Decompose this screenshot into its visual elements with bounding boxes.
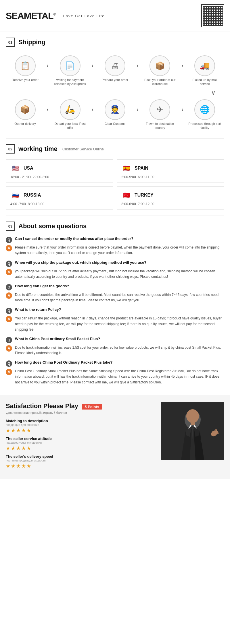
section-num-01: 01 — [6, 38, 15, 47]
turkey-flag: 🇹🇷 — [121, 190, 132, 200]
working-section-header: 02 working time Customer Service Online — [0, 139, 230, 156]
spain-header: 🇪🇸 SPAIN — [121, 163, 220, 173]
sort-icon: 🌐 — [194, 99, 215, 120]
turkey-hours: 3:00-6:00 7:00-12:00 — [121, 202, 220, 206]
faq-item-3: Q How long can I get the goods? A Due to… — [6, 284, 224, 303]
flow-item-prepare: 🖨 Prepare your order — [98, 55, 132, 82]
faq-a-row-6: A China Post Oridinary Small Packet Plus… — [6, 368, 224, 385]
person-image — [161, 402, 224, 460]
faq-a-row-5: A Due to track information will increase… — [6, 345, 224, 356]
qr-code — [201, 4, 224, 27]
faq-a-row-1: A Please make sure that your order infor… — [6, 245, 224, 256]
waiting-label: waiting for payment released by Aliexpre… — [53, 78, 87, 86]
working-time-grid: 🇺🇸 USA 18:00 - 21:00 22:00-3:00 🇪🇸 SPAIN… — [0, 156, 230, 216]
faq-q-1: Q Can I cancel the order or modify the a… — [6, 236, 224, 243]
q-badge-3: Q — [6, 284, 12, 290]
depart-label: Depart your local Post offic — [53, 122, 87, 130]
rating-service-stars: ★★★★★ — [6, 445, 155, 451]
satisfaction-subtitle-ru: удовлетворение просьба играть 5 баллов — [6, 411, 155, 414]
satisfaction-left: Satisfaction Please Play 5 Points удовле… — [6, 402, 155, 472]
faq-q-6: Q How long does China Post Oridinary Pac… — [6, 360, 224, 367]
flow-arrow-down: ∨ — [6, 89, 224, 96]
arrow-4: › — [181, 55, 183, 69]
faq-answer-5: Due to track information will increase 1… — [15, 345, 224, 356]
arrow-3: › — [137, 55, 138, 69]
a-badge-2: A — [6, 269, 12, 275]
faq-question-6: How long does China Post Oridinary Packe… — [15, 360, 113, 364]
country-turkey: 🇹🇷 TURKEY 3:00-6:00 7:00-12:00 — [117, 186, 224, 210]
faq-question-2: When will you ship the package out, whic… — [15, 260, 146, 265]
turkey-header: 🇹🇷 TURKEY — [121, 190, 220, 200]
flown-icon: ✈ — [150, 99, 170, 120]
rating-delivery-stars: ★★★★★ — [6, 463, 155, 469]
flow-item-customs: 👮 Clear Customs — [98, 99, 132, 126]
russia-name: RUSSIA — [24, 193, 41, 198]
turkey-name: TURKEY — [135, 193, 154, 198]
q-badge-1: Q — [6, 237, 12, 243]
spain-name: SPAIN — [135, 166, 148, 171]
faq-question-3: How long can I get the goods? — [15, 284, 69, 288]
a-badge-4: A — [6, 316, 12, 322]
shipping-section-header: 01 Shipping — [0, 32, 230, 50]
depart-icon: 🛵 — [60, 99, 80, 120]
flown-label: Flown to destination country — [143, 122, 177, 130]
prepare-icon: 🖨 — [105, 55, 125, 76]
flow-item-sort: 🌐 Processed through sort facility — [187, 99, 222, 130]
satisfaction-section: Satisfaction Please Play 5 Points удовле… — [0, 395, 230, 479]
outdelivery-label: Out for delivery — [14, 122, 36, 126]
arrow-5: ‹ — [47, 99, 49, 112]
svg-rect-3 — [191, 422, 195, 425]
customs-icon: 👮 — [105, 99, 125, 120]
logo-sea: SEA — [6, 11, 24, 21]
qr-image — [203, 6, 223, 26]
faq-answer-4: You can return the package, without reas… — [15, 316, 224, 332]
customs-label: Clear Customs — [105, 122, 126, 126]
faq-q-5: Q What is China Post ordinary Small Pack… — [6, 337, 224, 343]
logo-tagline: Love Car Love Life — [60, 14, 105, 18]
flow-item-outdelivery: 📦 Out for delivery — [8, 99, 43, 126]
faq-q-2: Q When will you ship the package out, wh… — [6, 260, 224, 267]
flow-item-receive: 📋 Receive your order — [8, 55, 43, 82]
country-usa: 🇺🇸 USA 18:00 - 21:00 22:00-3:00 — [6, 159, 113, 183]
pack-icon: 📦 — [150, 55, 170, 76]
pickup-label: Picked up by mail service — [187, 78, 222, 86]
usa-name: USA — [24, 166, 33, 171]
country-spain: 🇪🇸 SPAIN 2:00-5:00 6:00-11:00 — [117, 159, 224, 183]
flow-item-pickup: 🚚 Picked up by mail service — [187, 55, 222, 86]
rating-description-sub: подщащие для описания — [6, 423, 155, 426]
faq-item-5: Q What is China Post ordinary Small Pack… — [6, 337, 224, 356]
faq-a-row-4: A You can return the package, without re… — [6, 316, 224, 332]
flow-item-pack: 📦 Pack your order at out warehouse — [143, 55, 177, 86]
flow-item-flown: ✈ Flown to destination country — [143, 99, 177, 130]
faq-item-6: Q How long does China Post Oridinary Pac… — [6, 360, 224, 385]
arrow-1: › — [47, 55, 49, 69]
arrow-2: › — [92, 55, 93, 69]
flow-item-depart: 🛵 Depart your local Post offic — [53, 99, 87, 130]
points-badge: 5 Points — [82, 404, 102, 410]
rating-description-label: Matching to description — [6, 419, 155, 423]
working-title: working time — [18, 145, 57, 153]
russia-hours: 4:00 -7:00 8:00-13:00 — [10, 202, 109, 206]
faq-q-3: Q How long can I get the goods? — [6, 284, 224, 290]
faq-item-1: Q Can I cancel the order or modify the a… — [6, 236, 224, 256]
faq-item-2: Q When will you ship the package out, wh… — [6, 260, 224, 280]
logo: SEAMETAL® — [6, 11, 55, 21]
faq-title: About some questions — [18, 222, 87, 230]
sort-label: Processed through sort facility — [187, 122, 222, 130]
q-badge-5: Q — [6, 337, 12, 343]
satisfaction-title: Satisfaction Please Play — [6, 402, 78, 410]
flow-row-1: 📋 Receive your order › 📄 waiting for pay… — [6, 55, 224, 86]
q-badge-6: Q — [6, 360, 12, 367]
country-grid: 🇺🇸 USA 18:00 - 21:00 22:00-3:00 🇪🇸 SPAIN… — [6, 159, 224, 210]
faq-list: Q Can I cancel the order or modify the a… — [0, 234, 230, 395]
rating-service-sub: продавец услуг отношения — [6, 441, 155, 444]
outdelivery-icon: 📦 — [15, 99, 36, 120]
flow-item-waiting: 📄 waiting for payment released by Aliexp… — [53, 55, 87, 86]
flow-row-2: 📦 Out for delivery ‹ 🛵 Depart your local… — [6, 99, 224, 130]
faq-answer-1: Please make sure that your order informa… — [15, 245, 224, 256]
waiting-icon: 📄 — [60, 55, 80, 76]
section-num-03: 03 — [6, 222, 15, 231]
q-badge-2: Q — [6, 261, 12, 267]
faq-question-5: What is China Post ordinary Small Packet… — [15, 337, 100, 341]
a-badge-5: A — [6, 345, 12, 352]
